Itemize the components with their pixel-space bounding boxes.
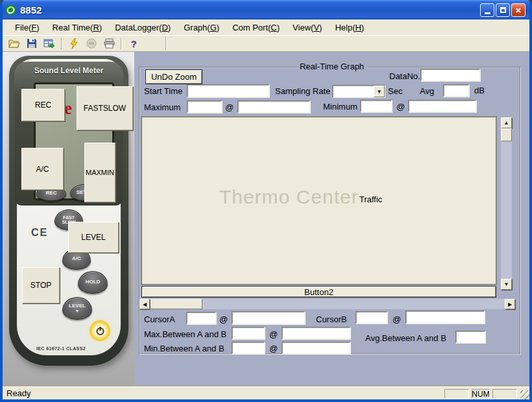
toolbar-separator	[61, 38, 62, 49]
avg-between-label: Avg.Between A and B	[365, 333, 446, 343]
group-title: Real-Time Graph	[297, 62, 367, 71]
maximize-icon	[500, 7, 506, 13]
data-no-field[interactable]	[420, 69, 480, 81]
cursor-b-time-field[interactable]	[405, 311, 485, 324]
sec-label: Sec	[388, 86, 402, 96]
help-button[interactable]: ?	[126, 36, 141, 51]
level-button[interactable]: LEVEL	[68, 222, 119, 253]
save-button[interactable]	[24, 36, 40, 51]
arrow-up-icon: ▲	[504, 120, 509, 126]
sampling-rate-label: Sampling Rate	[275, 86, 330, 96]
maxmin-button[interactable]: MAXMIN	[84, 143, 115, 202]
avg-field[interactable]	[443, 84, 469, 97]
export-data-button[interactable]	[42, 36, 57, 51]
dropdown-button[interactable]: ▼	[374, 86, 385, 97]
menu-com-port[interactable]: Com Port(C)	[226, 21, 285, 34]
toolbar-separator	[121, 38, 122, 49]
connect-button[interactable]	[66, 36, 82, 51]
vertical-scroll-thumb[interactable]	[501, 128, 512, 141]
status-bar: Ready NUM	[3, 386, 529, 399]
sampling-rate-select[interactable]: ▼	[332, 85, 385, 98]
at-symbol: @	[269, 329, 278, 339]
fastslow-button[interactable]: FASTSLOW	[77, 86, 133, 130]
chevron-down-icon: ▼	[377, 89, 382, 95]
graph-vertical-scrollbar[interactable]: ▲ ▼	[501, 117, 512, 290]
scroll-up-button[interactable]: ▲	[501, 117, 512, 128]
at-symbol: @	[393, 314, 401, 324]
cursor-a-field[interactable]	[186, 312, 216, 324]
minimize-button[interactable]	[480, 3, 494, 17]
cursor-b-field[interactable]	[356, 311, 387, 324]
open-file-button[interactable]	[6, 36, 22, 51]
print-button[interactable]	[101, 36, 117, 51]
ce-mark: CE	[31, 227, 48, 239]
stop-button[interactable]: STOP	[22, 267, 60, 303]
max-between-label: Max.Between A and B	[144, 329, 226, 339]
power-icon	[95, 326, 105, 336]
start-time-label: Start Time	[144, 86, 182, 96]
minimum-label: Minimum	[323, 102, 357, 112]
scroll-down-button[interactable]: ▼	[501, 279, 512, 290]
menu-datalogger[interactable]: DataLogger(D)	[109, 21, 176, 34]
at-symbol: @	[225, 102, 234, 112]
device-cert-text: IEC 61672-1 CLASS2	[21, 346, 101, 351]
horizontal-scroll-thumb[interactable]	[151, 299, 202, 309]
connect-icon	[69, 38, 79, 49]
device-power-button-photo	[90, 320, 110, 341]
arrow-right-icon: ▶	[508, 302, 512, 307]
avg-between-field[interactable]	[455, 331, 485, 343]
max-between-field[interactable]	[232, 327, 265, 339]
print-icon	[104, 38, 115, 49]
cursor-a-time-field[interactable]	[232, 311, 305, 324]
rec-button[interactable]: REC	[21, 89, 65, 121]
device-title: Sound Level Meter	[14, 66, 123, 75]
scroll-right-button[interactable]: ▶	[505, 299, 515, 309]
level-down-arrow-icon: ▼	[75, 309, 80, 313]
app-icon	[5, 5, 16, 16]
device-hold-key: HOLD	[78, 271, 108, 294]
minimum-time-field[interactable]	[408, 100, 476, 112]
maximize-button[interactable]	[496, 3, 510, 17]
ac-button[interactable]: A/C	[21, 148, 64, 190]
app-window: 8852 × File(F) Real Time(R) DataLogger(D…	[0, 0, 532, 402]
db-label: dB	[474, 86, 485, 95]
resize-grip[interactable]	[520, 390, 529, 399]
at-symbol: @	[396, 102, 405, 112]
maximum-field[interactable]	[187, 100, 222, 113]
start-time-field[interactable]	[187, 84, 269, 97]
menu-help[interactable]: Help(H)	[329, 21, 370, 34]
menu-view[interactable]: View(V)	[287, 21, 328, 34]
graph-horizontal-scrollbar[interactable]: ◀ ▶	[139, 299, 515, 309]
min-between-time-field[interactable]	[282, 342, 350, 354]
maximum-time-field[interactable]	[237, 100, 310, 113]
cursor-a-label: CursorA	[144, 314, 175, 324]
at-symbol: @	[269, 344, 278, 353]
undo-zoom-button[interactable]: UnDo Zoom	[145, 69, 202, 84]
status-panel-scrl	[492, 389, 517, 399]
save-icon	[27, 38, 37, 49]
scroll-left-button[interactable]: ◀	[139, 299, 150, 309]
menu-file[interactable]: File(F)	[9, 21, 45, 34]
min-between-field[interactable]	[232, 342, 265, 354]
menu-bar: File(F) Real Time(R) DataLogger(D) Graph…	[3, 19, 529, 35]
toolbar-band-separator	[165, 36, 167, 51]
maximum-label: Maximum	[144, 102, 180, 112]
status-panel-num: NUM	[472, 389, 490, 399]
close-icon: ×	[516, 5, 522, 15]
export-data-icon	[43, 38, 55, 49]
disconnect-icon	[86, 38, 97, 49]
button2[interactable]: Button2	[141, 286, 496, 298]
graph-watermark: Thermo Center	[219, 186, 359, 208]
menu-graph[interactable]: Graph(G)	[178, 21, 225, 34]
status-panel-caps	[444, 389, 469, 399]
menu-real-time[interactable]: Real Time(R)	[47, 21, 108, 34]
device-photo-panel: Sound Level Meter ne REC SETUP FASTSLOW …	[3, 52, 134, 386]
cursor-b-label: CursorB	[316, 314, 347, 324]
arrow-left-icon: ◀	[143, 302, 147, 307]
graph-plot-area[interactable]: Thermo Center Traffic	[141, 117, 496, 285]
minimum-field[interactable]	[360, 100, 392, 112]
arrow-down-icon: ▼	[504, 281, 509, 287]
close-button[interactable]: ×	[511, 3, 526, 17]
max-between-time-field[interactable]	[282, 327, 350, 339]
device-level-key: LEVEL▼	[62, 297, 92, 320]
